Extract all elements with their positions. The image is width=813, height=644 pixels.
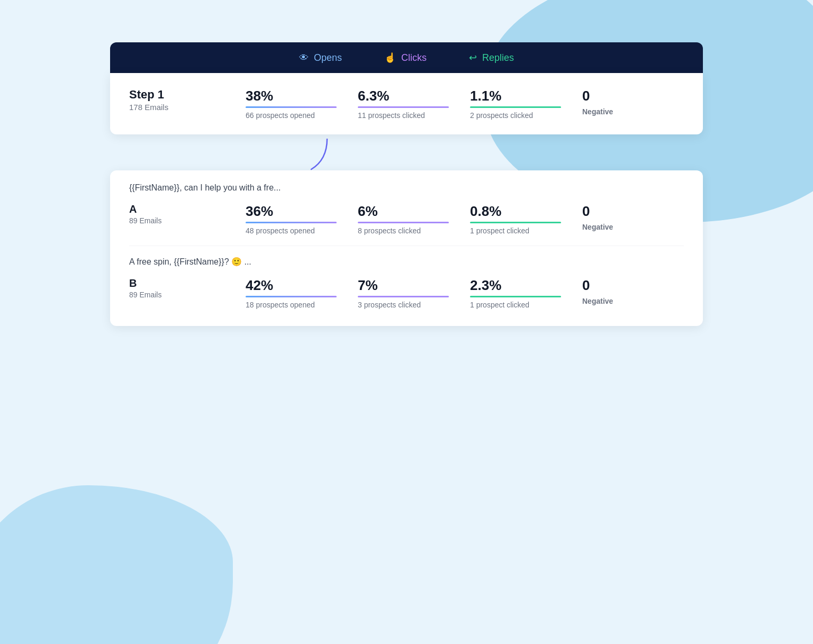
step1-opens-bar (246, 106, 337, 108)
click-icon: ☝️ (384, 52, 396, 64)
nav-item-opens[interactable]: 👁 Opens (299, 52, 342, 64)
step1-clicks-sub: 11 prospects clicked (358, 111, 449, 120)
variant-b-stat-negative: 0 Negative (572, 277, 684, 309)
step1-negative-value: 0 (582, 88, 673, 104)
step1-replies-value: 1.1% (470, 88, 561, 104)
step1-opens-value: 38% (246, 88, 337, 104)
variant-a-stat-clicks: 6% 8 prospects clicked (347, 203, 459, 235)
step1-replies-sub: 2 prospects clicked (470, 111, 561, 120)
variant-a-stat-negative: 0 Negative (572, 203, 684, 235)
step1-stat-clicks: 6.3% 11 prospects clicked (347, 88, 459, 120)
nav-replies-label: Replies (482, 52, 514, 64)
nav-item-replies[interactable]: ↩ Replies (469, 52, 514, 64)
variant-b-replies-bar (470, 296, 561, 297)
nav-bar: 👁 Opens ☝️ Clicks ↩ Replies (110, 42, 703, 73)
variant-a-replies-value: 0.8% (470, 203, 561, 220)
step1-card: Step 1 178 Emails 38% 66 prospects opene… (110, 73, 703, 134)
blob-bottom-left (0, 485, 233, 644)
variant-b-stat-clicks: 7% 3 prospects clicked (347, 277, 459, 309)
variant-a-row: A 89 Emails 36% 48 prospects opened 6% 8… (129, 203, 684, 235)
connector (110, 139, 703, 170)
step1-stat-replies: 1.1% 2 prospects clicked (459, 88, 572, 120)
variant-b-clicks-value: 7% (358, 277, 449, 294)
variant-a-opens-value: 36% (246, 203, 337, 220)
variant-a-replies-bar (470, 222, 561, 223)
variant-b-stat-replies: 2.3% 1 prospect clicked (459, 277, 572, 309)
variant-a-clicks-bar (358, 222, 449, 223)
variant-a-stat-opens: 36% 48 prospects opened (235, 203, 347, 235)
step1-clicks-bar (358, 106, 449, 108)
step1-inner: Step 1 178 Emails 38% 66 prospects opene… (129, 88, 684, 120)
step1-stat-opens: 38% 66 prospects opened (235, 88, 347, 120)
ab-divider (129, 246, 684, 246)
step1-opens-sub: 66 prospects opened (246, 111, 337, 120)
variant-a-clicks-value: 6% (358, 203, 449, 220)
variant-a-replies-sub: 1 prospect clicked (470, 226, 561, 235)
step1-emails: 178 Emails (129, 103, 235, 112)
step1-stats-row: 38% 66 prospects opened 6.3% 11 prospect… (235, 88, 684, 120)
variant-a-opens-bar (246, 222, 337, 223)
variant-a-stat-replies: 0.8% 1 prospect clicked (459, 203, 572, 235)
variant-b-label: B 89 Emails (129, 277, 235, 299)
variant-a-label: A 89 Emails (129, 203, 235, 225)
variant-b-stat-opens: 42% 18 prospects opened (235, 277, 347, 309)
variant-a-name: A (129, 203, 235, 215)
nav-item-clicks[interactable]: ☝️ Clicks (384, 52, 427, 64)
variant-b-replies-value: 2.3% (470, 277, 561, 294)
variant-b-negative-value: 0 (582, 277, 673, 294)
variant-b-clicks-sub: 3 prospects clicked (358, 301, 449, 309)
variant-b-clicks-bar (358, 296, 449, 297)
variant-b-negative-label: Negative (582, 297, 673, 305)
variant-b-row: B 89 Emails 42% 18 prospects opened 7% 3… (129, 277, 684, 309)
reply-icon: ↩ (469, 52, 477, 64)
main-container: 👁 Opens ☝️ Clicks ↩ Replies Step 1 178 E… (89, 0, 724, 358)
step1-replies-bar (470, 106, 561, 108)
nav-opens-label: Opens (314, 52, 342, 64)
step1-stat-negative: 0 Negative (572, 88, 684, 120)
variant-a-clicks-sub: 8 prospects clicked (358, 226, 449, 235)
variant-a-stats-row: 36% 48 prospects opened 6% 8 prospects c… (235, 203, 684, 235)
variant-b-subject: A free spin, {{FirstName}}? 🙂 ... (129, 257, 684, 267)
variant-b-name: B (129, 277, 235, 289)
variant-b-opens-bar (246, 296, 337, 297)
step1-clicks-value: 6.3% (358, 88, 449, 104)
step1-negative-label: Negative (582, 107, 673, 116)
variant-a-negative-value: 0 (582, 203, 673, 220)
variant-b-replies-sub: 1 prospect clicked (470, 301, 561, 309)
variant-b-emails: 89 Emails (129, 291, 235, 299)
variant-a-emails: 89 Emails (129, 216, 235, 225)
step1-name: Step 1 (129, 88, 235, 102)
eye-icon: 👁 (299, 52, 309, 64)
step1-label: Step 1 178 Emails (129, 88, 235, 112)
variant-b-opens-sub: 18 prospects opened (246, 301, 337, 309)
variant-a-opens-sub: 48 prospects opened (246, 226, 337, 235)
variant-b-stats-row: 42% 18 prospects opened 7% 3 prospects c… (235, 277, 684, 309)
variant-a-negative-label: Negative (582, 223, 673, 231)
variant-a-subject: {{FirstName}}, can I help you with a fre… (129, 183, 684, 193)
variant-b-opens-value: 42% (246, 277, 337, 294)
ab-card: {{FirstName}}, can I help you with a fre… (110, 170, 703, 326)
nav-clicks-label: Clicks (401, 52, 427, 64)
